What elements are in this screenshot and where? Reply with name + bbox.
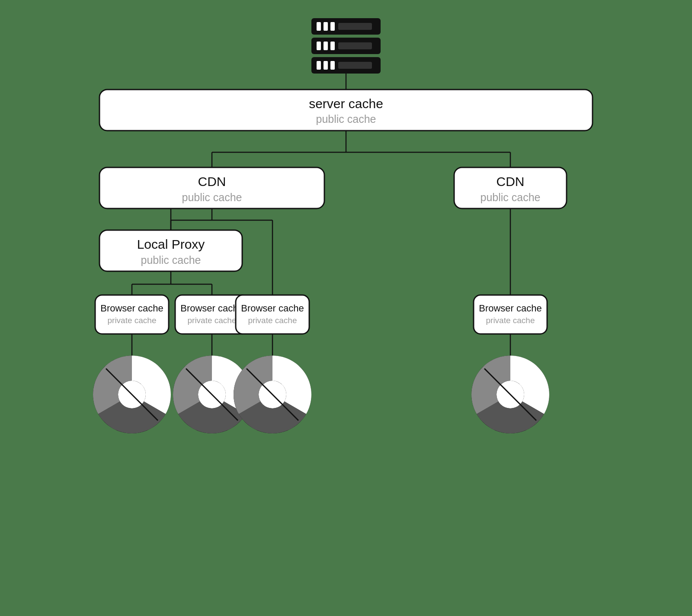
server-bar-2 — [338, 42, 372, 49]
cdn-right-subtitle: public cache — [481, 191, 541, 203]
server-led-1c — [330, 22, 335, 31]
chrome-icon-1 — [93, 356, 171, 433]
server-bar-1 — [338, 23, 372, 30]
bc3-subtitle: private cache — [248, 316, 297, 325]
bc2-subtitle: private cache — [187, 316, 236, 325]
local-proxy-subtitle: public cache — [141, 254, 201, 266]
server-bar-3 — [338, 62, 372, 69]
browser-cache-4-box — [474, 295, 547, 334]
server-led-1b — [324, 22, 328, 31]
server-led-3c — [330, 61, 335, 70]
server-led-3a — [317, 61, 321, 70]
cdn-left-title: CDN — [198, 174, 226, 189]
bc4-subtitle: private cache — [486, 316, 535, 325]
server-led-2c — [330, 42, 335, 50]
bc1-title: Browser cache — [100, 303, 163, 314]
cdn-left-subtitle: public cache — [182, 191, 242, 203]
server-led-2a — [317, 42, 321, 50]
local-proxy-title: Local Proxy — [137, 237, 205, 251]
bc2-title: Browser cache — [180, 303, 243, 314]
bc3-title: Browser cache — [241, 303, 304, 314]
server-led-1a — [317, 22, 321, 31]
cdn-right-title: CDN — [497, 174, 525, 189]
main-diagram-svg: server cache public cache CDN public cac… — [86, 10, 606, 606]
bc1-subtitle: private cache — [107, 316, 156, 325]
bc4-title: Browser cache — [479, 303, 542, 314]
server-cache-subtitle: public cache — [316, 113, 376, 125]
chrome-icon-4 — [471, 356, 549, 433]
browser-cache-1-box — [95, 295, 169, 334]
chrome-icon-3 — [234, 356, 311, 433]
server-cache-title: server cache — [309, 96, 383, 111]
browser-cache-3-box — [236, 295, 309, 334]
server-led-2b — [324, 42, 328, 50]
server-led-3b — [324, 61, 328, 70]
